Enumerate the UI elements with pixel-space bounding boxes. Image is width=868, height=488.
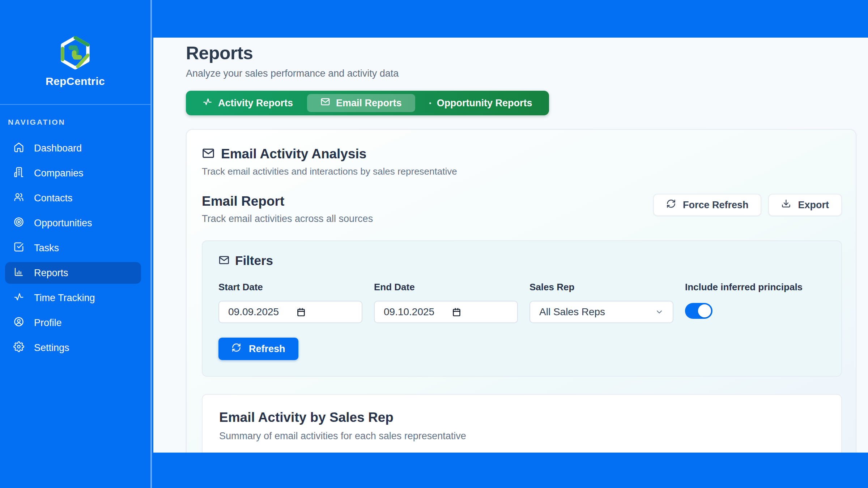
dot-icon [429, 102, 431, 104]
sidebar-item-label: Dashboard [34, 143, 82, 154]
include-inferred-toggle[interactable] [685, 303, 712, 319]
repcentric-logo-icon [60, 36, 91, 69]
activity-icon [13, 291, 24, 305]
end-date-value: 09.10.2025 [384, 306, 434, 318]
sidebar-item-settings[interactable]: Settings [5, 337, 141, 359]
include-inferred-field: Include inferred principals [685, 282, 827, 323]
end-date-field: End Date 09.10.2025 [374, 282, 518, 323]
button-label: Force Refresh [683, 200, 749, 211]
sidebar-item-label: Settings [34, 342, 69, 354]
sales-rep-value: All Sales Reps [539, 306, 605, 318]
mail-icon [320, 97, 330, 109]
chevron-down-icon [655, 308, 664, 316]
user-circle-icon [13, 316, 24, 330]
end-date-input[interactable]: 09.10.2025 [374, 301, 518, 323]
calendar-icon[interactable] [296, 307, 306, 317]
sidebar-item-label: Time Tracking [34, 292, 95, 304]
report-title: Email Report [202, 194, 373, 209]
refresh-icon [231, 343, 241, 355]
sidebar-item-dashboard[interactable]: Dashboard [5, 137, 141, 159]
activity-icon [203, 97, 212, 109]
start-date-label: Start Date [218, 282, 362, 293]
tab-activity-reports[interactable]: Activity Reports [189, 94, 306, 112]
report-tabbar: Activity Reports Email Reports Opportuni… [186, 91, 549, 115]
report-subtitle: Track email activities across all source… [202, 213, 373, 224]
sidebar-item-label: Companies [34, 168, 84, 179]
bar-chart-icon [13, 266, 24, 280]
sidebar-item-label: Opportunities [34, 218, 92, 229]
tab-label: Activity Reports [218, 98, 293, 109]
filters-panel: Filters Start Date 09.09.2025 End Dat [202, 240, 842, 377]
users-icon [13, 192, 24, 205]
tab-label: Opportunity Reports [437, 98, 532, 109]
sidebar-item-contacts[interactable]: Contacts [5, 187, 141, 209]
include-inferred-label: Include inferred principals [685, 282, 827, 293]
calendar-icon[interactable] [452, 307, 461, 317]
tab-opportunity-reports[interactable]: Opportunity Reports [416, 94, 546, 112]
activity-by-rep-card: Email Activity by Sales Rep Summary of e… [202, 394, 842, 453]
export-button[interactable]: Export [768, 194, 842, 216]
sales-rep-select[interactable]: All Sales Reps [529, 301, 673, 323]
sidebar-item-companies[interactable]: Companies [5, 162, 141, 184]
activity-by-rep-title: Email Activity by Sales Rep [219, 410, 825, 425]
sidebar-item-label: Reports [34, 267, 68, 279]
sidebar-item-label: Contacts [34, 193, 73, 204]
sidebar-item-profile[interactable]: Profile [5, 312, 141, 334]
sidebar: RepCentric NAVIGATION Dashboard Companie… [0, 0, 152, 488]
sidebar-item-time-tracking[interactable]: Time Tracking [5, 287, 141, 309]
toggle-knob [698, 304, 711, 317]
section-title: Email Activity Analysis [221, 146, 366, 162]
tab-label: Email Reports [336, 98, 402, 109]
logo-block: RepCentric [0, 0, 150, 87]
activity-by-rep-subtitle: Summary of email activities for each sal… [219, 431, 825, 442]
refresh-icon [666, 199, 676, 211]
mail-icon [218, 254, 230, 267]
sidebar-item-tasks[interactable]: Tasks [5, 237, 141, 259]
end-date-label: End Date [374, 282, 518, 293]
filters-title: Filters [235, 253, 273, 268]
start-date-value: 09.09.2025 [228, 306, 279, 318]
refresh-button[interactable]: Refresh [218, 338, 298, 360]
sidebar-item-label: Tasks [34, 243, 59, 254]
start-date-input[interactable]: 09.09.2025 [218, 301, 362, 323]
main-content: Reports Analyze your sales performance a… [153, 38, 868, 453]
download-icon [781, 199, 791, 211]
gear-icon [13, 341, 24, 355]
email-analysis-card: Email Activity Analysis Track email acti… [186, 129, 856, 453]
section-subtitle: Track email activities and interactions … [202, 166, 842, 177]
button-label: Refresh [249, 343, 285, 355]
app-name: RepCentric [0, 75, 150, 87]
force-refresh-button[interactable]: Force Refresh [653, 194, 762, 216]
home-icon [13, 142, 24, 155]
sidebar-nav: NAVIGATION Dashboard Companies Contacts [0, 104, 150, 359]
nav-section-label: NAVIGATION [8, 118, 150, 127]
page-subtitle: Analyze your sales performance and activ… [186, 68, 856, 79]
building-icon [13, 167, 24, 180]
sales-rep-label: Sales Rep [529, 282, 673, 293]
sales-rep-field: Sales Rep All Sales Reps [529, 282, 673, 323]
sidebar-item-label: Profile [34, 317, 62, 329]
target-icon [13, 217, 24, 230]
button-label: Export [798, 200, 829, 211]
check-square-icon [13, 241, 24, 255]
sidebar-item-opportunities[interactable]: Opportunities [5, 212, 141, 234]
tab-email-reports[interactable]: Email Reports [307, 94, 415, 112]
start-date-field: Start Date 09.09.2025 [218, 282, 362, 323]
mail-icon [202, 147, 215, 161]
sidebar-item-reports[interactable]: Reports [5, 262, 141, 284]
page-title: Reports [186, 43, 856, 64]
